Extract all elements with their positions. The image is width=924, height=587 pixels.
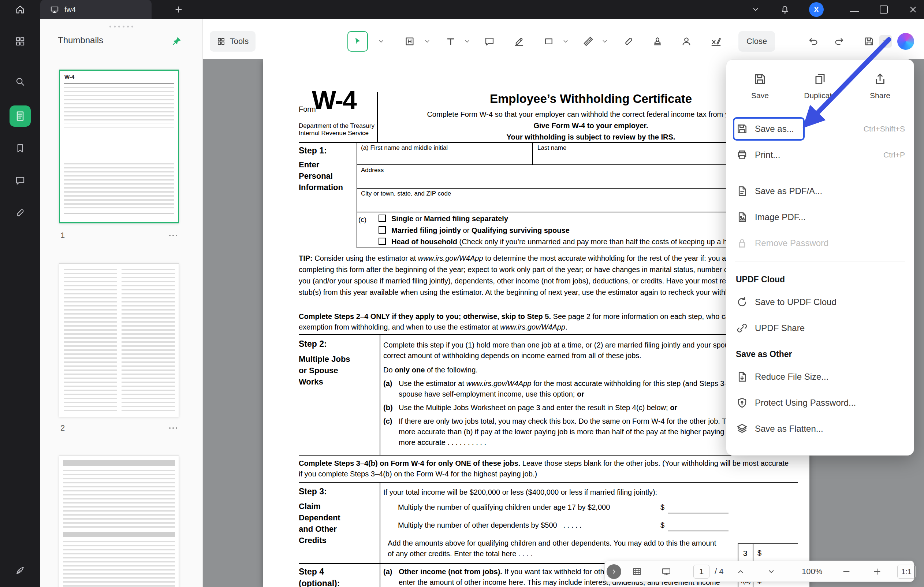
updf-cloud-section-header: UPDF Cloud bbox=[726, 266, 914, 289]
thumbnail-page-2[interactable] bbox=[59, 263, 179, 417]
menu-item-save-as[interactable]: Save as... Ctrl+Shift+S bbox=[732, 116, 908, 142]
print-label: Print... bbox=[755, 150, 780, 160]
apps-grid-button[interactable] bbox=[12, 33, 28, 50]
signature-pen-button[interactable] bbox=[12, 562, 28, 579]
page-navigation-bar: 1 / 4 100% 1:1 bbox=[604, 561, 914, 582]
married-jointly-checkbox[interactable] bbox=[378, 226, 386, 234]
step3-box-dollar: $ bbox=[757, 548, 761, 559]
menu-item-updf-share[interactable]: UPDF Share bbox=[732, 315, 908, 341]
mini-text-lines bbox=[63, 541, 175, 587]
step3-title-4: Credits bbox=[299, 535, 327, 546]
mini-form-label: W-4 bbox=[64, 74, 74, 80]
thumbnail-page-1[interactable]: W-4 bbox=[59, 69, 179, 223]
select-tool-button[interactable] bbox=[347, 31, 368, 51]
amount-entry-line[interactable] bbox=[668, 513, 729, 513]
titlebar-dropdown-button[interactable] bbox=[751, 4, 761, 15]
new-tab-button[interactable] bbox=[171, 2, 187, 18]
zoom-in-button[interactable] bbox=[869, 563, 886, 580]
notifications-button[interactable] bbox=[780, 4, 790, 15]
thumbnails-panel-button[interactable] bbox=[10, 106, 31, 127]
expand-bar-button[interactable] bbox=[606, 563, 622, 580]
ai-assistant-button[interactable] bbox=[897, 33, 914, 50]
quick-share-button[interactable]: Share bbox=[850, 72, 910, 100]
home-button[interactable] bbox=[0, 0, 40, 19]
stamp-tool-button[interactable] bbox=[649, 33, 666, 50]
panel-title: Thumbnails bbox=[58, 35, 103, 45]
measure-tool-chevron[interactable] bbox=[601, 37, 609, 45]
menu-item-save-as-pdfa[interactable]: Save as PDF/A... bbox=[732, 179, 908, 204]
plus-icon bbox=[872, 567, 882, 576]
close-window-button[interactable] bbox=[908, 4, 918, 15]
contact-sign-tool-button[interactable] bbox=[678, 33, 695, 50]
first-name-field[interactable]: (a) First name and middle initial bbox=[361, 144, 448, 152]
maximize-button[interactable] bbox=[879, 4, 889, 15]
shapes-tool-button[interactable] bbox=[540, 33, 557, 50]
menu-item-image-pdf[interactable]: Image PDF... bbox=[732, 204, 908, 230]
page-number-input[interactable]: 1 bbox=[693, 565, 710, 579]
save-to-cloud-label: Save to UPDF Cloud bbox=[755, 297, 837, 307]
cloud-sync-icon bbox=[736, 296, 748, 308]
menu-item-save-to-updf-cloud[interactable]: Save to UPDF Cloud bbox=[732, 289, 908, 315]
chevron-up-icon bbox=[736, 567, 745, 576]
menu-item-reduce-file-size[interactable]: Reduce File Size... bbox=[732, 364, 908, 390]
single-checkbox[interactable] bbox=[378, 215, 386, 222]
heading-tool-button[interactable] bbox=[401, 33, 418, 50]
pin-panel-button[interactable] bbox=[170, 35, 183, 48]
measure-tool-button[interactable] bbox=[580, 33, 597, 50]
agency-lines: Department of the Treasury Internal Reve… bbox=[299, 122, 383, 137]
steps24-note: Complete Steps 2–4 ONLY if they apply to… bbox=[299, 311, 773, 332]
fill-sign-tool-button[interactable] bbox=[708, 33, 724, 50]
reading-mode-button[interactable] bbox=[658, 563, 675, 580]
page-more-button[interactable] bbox=[169, 424, 177, 432]
menu-item-save-as-flatten[interactable]: Save as Flatten... bbox=[732, 416, 908, 441]
step3-line3: Add the amounts above for qualifying chi… bbox=[388, 538, 719, 559]
undo-button[interactable] bbox=[805, 33, 822, 50]
menu-item-protect-using-password[interactable]: Protect Using Password... bbox=[732, 390, 908, 416]
menu-item-print[interactable]: Print... Ctrl+P bbox=[732, 142, 908, 168]
head-of-household-checkbox[interactable] bbox=[378, 238, 386, 245]
amount-entry-line[interactable] bbox=[668, 531, 729, 531]
zoom-out-button[interactable] bbox=[838, 563, 855, 580]
redo-button[interactable] bbox=[831, 33, 848, 50]
page-more-button[interactable] bbox=[169, 231, 177, 240]
save-button[interactable] bbox=[861, 33, 878, 50]
chevron-down-icon bbox=[881, 37, 889, 45]
quick-duplicate-button[interactable]: Duplicate bbox=[790, 72, 850, 100]
name-field-divider bbox=[532, 142, 533, 164]
text-tool-button[interactable] bbox=[442, 33, 459, 50]
search-button[interactable] bbox=[12, 73, 28, 90]
next-page-button[interactable] bbox=[763, 563, 780, 580]
previous-page-button[interactable] bbox=[732, 563, 749, 580]
shapes-tool-chevron[interactable] bbox=[561, 37, 569, 45]
thumbnail-grid-view-button[interactable] bbox=[629, 563, 645, 580]
comments-button[interactable] bbox=[12, 172, 28, 189]
attachments-button[interactable] bbox=[12, 204, 28, 221]
document-tab[interactable]: fw4 bbox=[40, 0, 152, 19]
grid-icon bbox=[15, 36, 26, 47]
thumbnail-page-3[interactable] bbox=[59, 456, 179, 587]
tools-button[interactable]: Tools bbox=[210, 31, 256, 51]
address-field[interactable]: Address bbox=[361, 167, 384, 174]
menu-item-remove-password[interactable]: Remove Password bbox=[732, 230, 908, 256]
panel-drag-handle[interactable] bbox=[40, 26, 203, 28]
save-as-pdfa-label: Save as PDF/A... bbox=[755, 186, 822, 196]
comment-tool-button[interactable] bbox=[481, 33, 498, 50]
select-tool-chevron[interactable] bbox=[377, 37, 385, 45]
close-document-button[interactable]: Close bbox=[738, 31, 775, 51]
city-field[interactable]: City or town, state, and ZIP code bbox=[361, 190, 451, 197]
reduce-file-size-label: Reduce File Size... bbox=[755, 372, 828, 382]
highlighter-tool-button[interactable] bbox=[511, 33, 528, 50]
step2-column-divider bbox=[380, 334, 380, 455]
last-name-field[interactable]: Last name bbox=[538, 144, 566, 152]
tools-icon bbox=[217, 37, 226, 46]
quick-save-button[interactable]: Save bbox=[730, 72, 790, 100]
bookmarks-button[interactable] bbox=[12, 140, 28, 157]
minimize-button[interactable] bbox=[849, 4, 860, 15]
avatar[interactable]: X bbox=[809, 2, 824, 17]
actual-size-button[interactable]: 1:1 bbox=[897, 565, 916, 579]
save-menu-chevron-button[interactable] bbox=[879, 35, 892, 48]
step3-line1: Multiply the number of qualifying childr… bbox=[398, 502, 610, 513]
text-tool-chevron[interactable] bbox=[463, 37, 471, 45]
attach-file-tool-button[interactable] bbox=[620, 33, 637, 50]
heading-tool-chevron[interactable] bbox=[423, 37, 431, 45]
